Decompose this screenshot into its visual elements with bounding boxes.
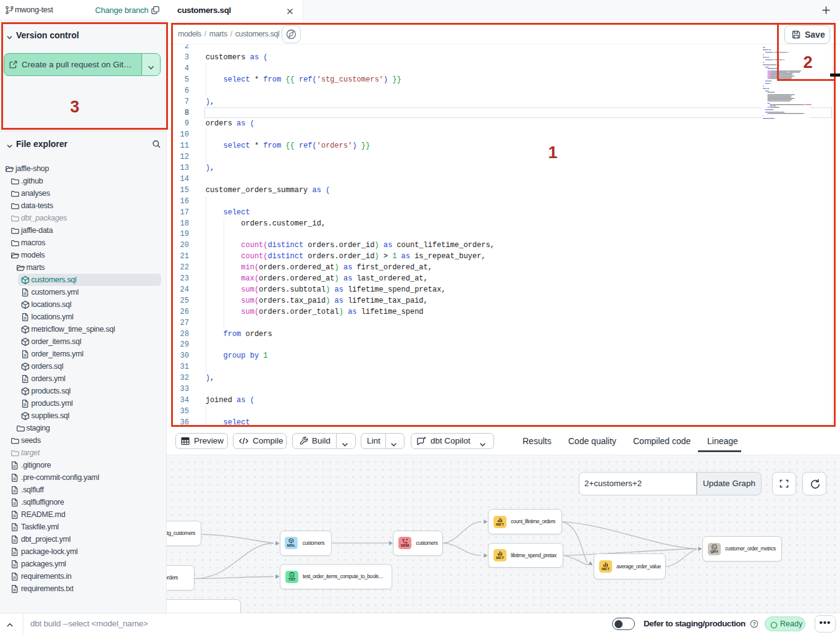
svg-text:MET: MET [495, 555, 503, 560]
svg-text:?: ? [752, 621, 755, 627]
svg-text:QRY: QRY [710, 549, 718, 553]
svg-text:TST: TST [288, 577, 295, 581]
svg-text:MDL: MDL [287, 544, 296, 548]
svg-text:MET: MET [495, 522, 503, 526]
svg-text:SEM: SEM [401, 544, 409, 548]
svg-text:MET: MET [601, 567, 609, 571]
